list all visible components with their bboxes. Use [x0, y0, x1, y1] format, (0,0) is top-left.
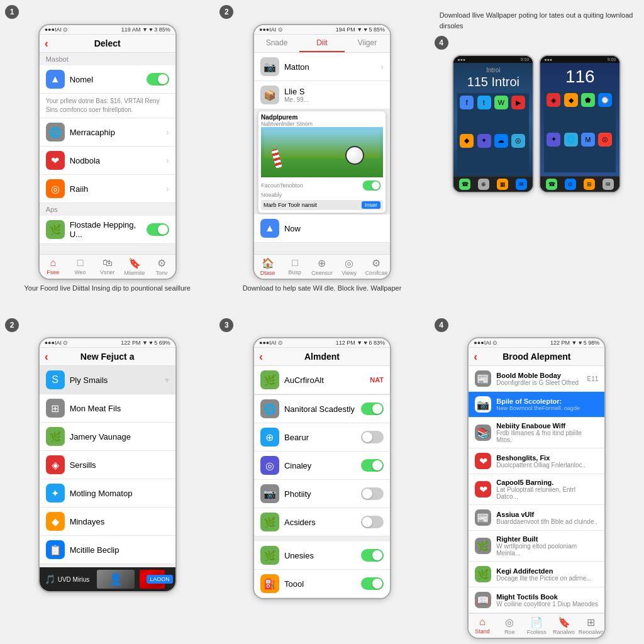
tab-stand[interactable]: ⌂ Stand	[469, 616, 496, 635]
item-bpile[interactable]: 📷 Bpile of Sccoleptor: New Bowmool theFo…	[469, 392, 604, 418]
toggle-flostade[interactable]	[147, 223, 169, 236]
banner-btn[interactable]: LAOON	[147, 575, 173, 584]
toggle-cinaley[interactable]	[361, 459, 384, 472]
tab-roe[interactable]: ◎ Roe	[496, 616, 523, 635]
screen-3b: 116 ◈ ◆ ⬟ ⌚ ✦ 🌐 M ◎	[540, 63, 619, 176]
tab-weo[interactable]: □ Weo	[67, 257, 94, 276]
tab-dtase[interactable]: 🏠 Dtase	[254, 257, 281, 276]
badge-3: 4	[435, 36, 448, 50]
tab-tonv[interactable]: ⚙ Tonv	[148, 257, 175, 276]
jamery-icon: 🌿	[46, 427, 65, 446]
item-matton[interactable]: 📷 Matton ›	[254, 53, 390, 81]
item-might[interactable]: 📖 Might Toctils Book W coiline cooyltlor…	[469, 587, 604, 613]
tab-viiger[interactable]: Viiger	[345, 35, 390, 52]
toggle-toool[interactable]	[361, 577, 384, 590]
item-motling[interactable]: ✦ Motling Momatop	[40, 479, 175, 508]
tab-vsner[interactable]: 🛍 Vsner	[94, 257, 121, 276]
cell-4: 2 ●●●IАI ⊙ 122 PM ▼ ♥ 5 69% ‹ New Fejuct…	[0, 313, 214, 644]
status-bar-4: ●●●IАI ⊙ 122 PM ▼ ♥ 5 69%	[40, 338, 175, 348]
item-nebiity[interactable]: 📚 Nebiity Enaboue Wiff Frdb llimanes & f…	[469, 418, 604, 448]
matton-icon: 📷	[260, 57, 279, 76]
item-now[interactable]: ▲ Now	[254, 214, 390, 243]
tab-fcoless[interactable]: 📄 Fcoless	[523, 616, 550, 635]
dock-1: ☎	[459, 179, 470, 190]
item-raiih[interactable]: ◎ Raiih ›	[40, 175, 175, 203]
item-assiua[interactable]: 📰 Assiua vUlf Buarddaenvoot tlfn Bble ad…	[469, 505, 604, 531]
item-jamery[interactable]: 🌿 Jamery Vaunage	[40, 423, 175, 451]
back-icon-6[interactable]: ‹	[474, 350, 477, 364]
toggle-soccer[interactable]	[363, 180, 381, 191]
app2-7: M	[581, 133, 595, 147]
tab-raoalwo[interactable]: 🔖 Raoalwo	[550, 616, 577, 635]
dock-4: ✉	[516, 179, 527, 190]
app-grid-3b: ◈ ◆ ⬟ ⌚ ✦ 🌐 M ◎	[544, 91, 616, 172]
toggle-bearur[interactable]	[361, 431, 384, 443]
tab-reooalwo[interactable]: ⊞ Reooalwo	[577, 616, 604, 635]
back-icon-5[interactable]: ‹	[259, 350, 263, 364]
header-5: ‹ Almdent	[254, 348, 390, 366]
toggle-nanitoral[interactable]	[361, 402, 384, 415]
cell-3: Download llive Wallpaper poting lor tate…	[430, 0, 644, 313]
item-flostade[interactable]: 🌿 Flostade Hepping, U...	[40, 216, 175, 244]
tab-snade[interactable]: Snade	[254, 35, 299, 52]
item-mcitille[interactable]: 📋 Mcitille Beclip	[40, 536, 175, 564]
item-ply[interactable]: S Ply Smails ▾	[40, 366, 175, 394]
toggle-acsiders[interactable]	[361, 516, 384, 528]
item-cinaley[interactable]: ◎ Cinaley	[254, 452, 390, 480]
item-nanitoral[interactable]: 🌐 Nanitoral Scadestly	[254, 395, 390, 423]
tab-viewy[interactable]: ◎ Viewy	[336, 257, 363, 276]
item-acsiders[interactable]: 🌿 Acsiders	[254, 508, 390, 536]
back-icon-4[interactable]: ‹	[45, 350, 48, 364]
back-icon-1[interactable]: ‹	[45, 37, 48, 50]
item-nodbola[interactable]: ❤ Nodbola ›	[40, 147, 175, 175]
item-photiity[interactable]: 📷 Photiity	[254, 480, 390, 508]
app-tw: t	[477, 96, 491, 109]
top-text-3: Download llive Wallpaper poting lor tate…	[435, 5, 639, 36]
item-merracaphip[interactable]: 🌐 Merracaphip ›	[40, 118, 175, 147]
kegi-icon: 🌿	[475, 566, 491, 582]
body-1: Masbot ▲ Nomel Your prllew dotne Bas: $1…	[40, 53, 175, 254]
two-phones: ●●●9:00 Introi 115 Introi f t W ▶ ◆ ✦ ☁ …	[452, 55, 621, 193]
item-mon[interactable]: ⊞ Mon Meat Fils	[40, 394, 175, 423]
toggle-unesies[interactable]	[361, 549, 384, 562]
badge-6: 4	[435, 318, 448, 332]
item-sersills[interactable]: ◈ Sersills	[40, 451, 175, 479]
chevron-matton: ›	[380, 62, 384, 72]
chevron-ply: ▾	[165, 375, 169, 385]
tab-conifcae[interactable]: ⚙ Conifcae	[363, 257, 390, 276]
status-bar-2: ●●●IАI ⊙ 194 PM ▼ ♥ 5 85%	[254, 25, 390, 35]
popup-btn[interactable]: Inser	[362, 201, 380, 209]
merracaphip-icon: 🌐	[46, 123, 65, 142]
toool-icon: ⛽	[260, 574, 279, 593]
sersills-icon: ◈	[46, 455, 65, 474]
status-bar-5: ●●●IАI ⊙ 112 PM ▼ ♥ 6 83%	[254, 338, 390, 348]
item-bearur[interactable]: ⊕ Bearur	[254, 423, 390, 452]
item-mindayes[interactable]: ◆ Mindayes	[40, 508, 175, 536]
item-righter[interactable]: 🌿 Righter Built W wrtllpoing eltod poolo…	[469, 531, 604, 562]
app2-5: ✦	[547, 133, 560, 147]
tab-miwmite[interactable]: 🔖 Miwmite	[121, 257, 148, 276]
item-boold[interactable]: 📰 Boold Moble Boday Doonfigrdler is G Sl…	[469, 366, 604, 392]
tab-diit[interactable]: Diit	[299, 35, 345, 52]
item-aucrfiroalt[interactable]: 🌿 AuCrfiroAlt NAT	[254, 366, 390, 394]
app-cy: ◎	[511, 134, 525, 148]
toggle-nomel[interactable]	[147, 73, 169, 86]
item-capool[interactable]: ❤ Capool5 Barning. Lat Puloptratl reluni…	[469, 474, 604, 505]
item-llie[interactable]: 📦 Llie S Me. 99...	[254, 81, 390, 109]
item-unesies[interactable]: 🌿 Unesies	[254, 541, 390, 570]
cell-6: 4 ●●●IАI ⊙ 122 PM ▼ ♥ 5 98% ‹ Brood Alep…	[430, 313, 644, 644]
description-1: Your prllew dotne Bas: $16, VRTAll Reny …	[40, 94, 175, 118]
boold-icon: 📰	[475, 370, 491, 387]
tab-ceensur[interactable]: ⊕ Ceensur	[308, 257, 335, 276]
item-beshong[interactable]: ❤ Beshonglits, Fix Duolcpattent Olliag F…	[469, 448, 604, 474]
toggle-photiity[interactable]	[361, 487, 384, 500]
tab-fsee[interactable]: ⌂ Fsee	[40, 257, 67, 276]
badge-1: 1	[5, 5, 19, 19]
item-kegi[interactable]: 🌿 Kegi Addifectden Docage llle the Picti…	[469, 562, 604, 587]
might-icon: 📖	[475, 592, 491, 608]
tab-busp[interactable]: □ Busp	[281, 257, 308, 276]
cell-5: 3 ●●●IАI ⊙ 112 PM ▼ ♥ 6 83% ‹ Almdent 🌿 …	[214, 313, 429, 644]
status-bar-1: ●●●IАI ⊙ 119 AM ▼ ♥ 3 85%	[40, 25, 175, 35]
item-nomel[interactable]: ▲ Nomel	[40, 65, 175, 94]
item-toool[interactable]: ⛽ Toool	[254, 570, 390, 598]
